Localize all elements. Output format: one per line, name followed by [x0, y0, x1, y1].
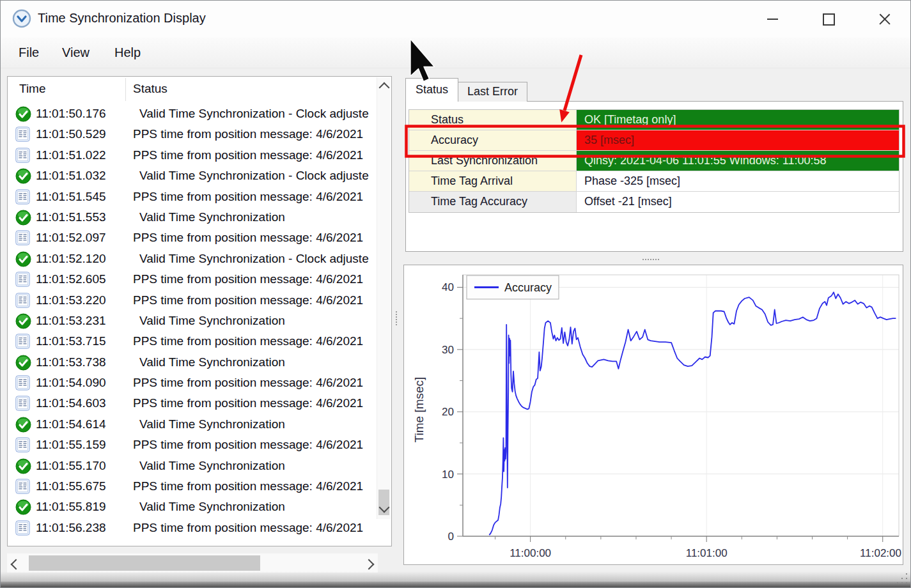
menu-item-file[interactable]: File	[13, 38, 44, 68]
log-time: 11:01:51.032	[36, 169, 106, 183]
log-status: PPS time from position message: 4/6/2021	[133, 396, 363, 410]
y-tick-label: 40	[442, 281, 454, 293]
y-axis-title: Time [msec]	[412, 377, 426, 443]
log-status: PPS time from position message: 4/6/2021	[133, 334, 363, 348]
menu-bar: FileViewHelp	[1, 38, 910, 68]
status-table-row: Time Tag AccuracyOffset -21 [msec]	[409, 192, 899, 212]
tab-status[interactable]: Status	[405, 78, 458, 102]
log-time: 11:01:53.715	[36, 334, 106, 348]
horizontal-scroll-thumb[interactable]	[29, 555, 260, 571]
status-table-row: Last SynchronizationQinsy: 2021-04-06 11…	[409, 151, 899, 171]
log-row[interactable]: 11:01:51.032Valid Time Synchronization -…	[8, 166, 377, 186]
horizontal-scrollbar[interactable]	[7, 553, 378, 573]
menu-item-help[interactable]: Help	[109, 38, 146, 68]
log-status: Valid Time Synchronization	[139, 314, 285, 328]
log-time: 11:01:55.159	[36, 438, 106, 452]
check-icon	[15, 106, 31, 122]
document-icon	[15, 396, 30, 411]
document-icon	[15, 334, 30, 349]
log-row[interactable]: 11:01:55.159PPS time from position messa…	[8, 435, 377, 455]
log-row[interactable]: 11:01:52.097PPS time from position messa…	[8, 228, 377, 248]
window-bottom-edge	[1, 582, 910, 587]
log-row[interactable]: 11:01:54.603PPS time from position messa…	[8, 393, 377, 414]
scroll-right-button[interactable]	[365, 559, 373, 571]
horizontal-splitter-grip[interactable]	[642, 259, 644, 260]
log-status: Valid Time Synchronization	[139, 355, 285, 369]
check-icon	[15, 458, 31, 474]
resize-grip[interactable]	[897, 582, 898, 584]
log-status: PPS time from position message: 4/6/2021	[133, 231, 363, 245]
check-icon	[15, 499, 31, 515]
log-time: 11:01:50.176	[36, 107, 106, 121]
log-row[interactable]: 11:01:54.090PPS time from position messa…	[8, 373, 377, 393]
check-icon	[15, 355, 31, 371]
minimize-button[interactable]	[756, 6, 788, 32]
log-time: 11:01:54.614	[36, 417, 106, 431]
tab-last-error[interactable]: Last Error	[458, 82, 527, 102]
log-time: 11:01:55.675	[36, 479, 106, 493]
log-header: Time Status	[8, 77, 377, 102]
log-time: 11:01:55.819	[36, 500, 106, 514]
column-separator[interactable]	[125, 78, 126, 101]
status-row-label: Time Tag Accuracy	[409, 192, 577, 212]
document-icon	[15, 127, 30, 142]
document-icon	[15, 375, 30, 391]
log-row[interactable]: 11:01:50.529PPS time from position messa…	[8, 124, 377, 144]
column-header-status[interactable]: Status	[133, 82, 167, 96]
log-row[interactable]: 11:01:55.675PPS time from position messa…	[8, 476, 377, 497]
log-time: 11:01:52.120	[36, 252, 106, 266]
x-tick-label: 11:02:00	[860, 547, 901, 559]
accuracy-chart-panel: 11:00:0011:01:0011:02:00010203040Time [m…	[403, 265, 903, 565]
log-row[interactable]: 11:01:51.022PPS time from position messa…	[8, 145, 377, 166]
document-icon	[15, 189, 30, 205]
plot-border	[463, 275, 899, 536]
log-row[interactable]: 11:01:50.176Valid Time Synchronization -…	[8, 104, 377, 124]
log-row[interactable]: 11:01:52.605PPS time from position messa…	[8, 269, 377, 290]
menu-item-view[interactable]: View	[57, 38, 95, 68]
log-rows: 11:01:50.176Valid Time Synchronization -…	[8, 104, 377, 546]
status-row-value: Offset -21 [msec]	[577, 192, 899, 212]
scroll-left-button[interactable]	[12, 559, 20, 571]
column-header-time[interactable]: Time	[19, 82, 46, 96]
log-status: Valid Time Synchronization - Clock adjus…	[139, 252, 369, 266]
close-button[interactable]	[869, 6, 901, 32]
log-time: 11:01:51.022	[36, 148, 106, 162]
log-status: Valid Time Synchronization - Clock adjus…	[139, 169, 369, 183]
log-row[interactable]: 11:01:54.614Valid Time Synchronization	[8, 414, 377, 435]
status-table: StatusOK [Timetag only]Accuracy35 [msec]…	[409, 109, 899, 213]
log-status: PPS time from position message: 4/6/2021	[133, 521, 363, 535]
log-status: Valid Time Synchronization	[139, 210, 285, 224]
vertical-scrollbar[interactable]	[377, 77, 391, 519]
log-time: 11:01:54.090	[36, 376, 106, 390]
status-tab-page: StatusOK [Timetag only]Accuracy35 [msec]…	[405, 101, 903, 252]
vertical-splitter-grip[interactable]	[396, 311, 397, 313]
document-icon	[15, 148, 30, 163]
check-icon	[15, 210, 31, 226]
clock-chevron-icon	[12, 9, 31, 28]
log-row[interactable]: 11:01:55.170Valid Time Synchronization	[8, 456, 377, 476]
log-row[interactable]: 11:01:51.553Valid Time Synchronization	[8, 207, 377, 228]
status-row-label: Accuracy	[409, 130, 577, 150]
log-status: PPS time from position message: 4/6/2021	[133, 127, 363, 141]
scroll-up-button[interactable]	[380, 82, 388, 94]
accuracy-series-line	[489, 292, 896, 535]
log-row[interactable]: 11:01:56.238PPS time from position messa…	[8, 518, 377, 538]
log-row[interactable]: 11:01:52.120Valid Time Synchronization -…	[8, 249, 377, 269]
maximize-button[interactable]	[813, 6, 845, 32]
chevron-up-icon	[379, 82, 390, 93]
scroll-down-button[interactable]	[380, 502, 388, 514]
log-row[interactable]: 11:01:53.738Valid Time Synchronization	[8, 352, 377, 373]
log-row[interactable]: 11:01:55.819Valid Time Synchronization	[8, 497, 377, 517]
log-row[interactable]: 11:01:53.231Valid Time Synchronization	[8, 311, 377, 331]
log-row[interactable]: 11:01:53.715PPS time from position messa…	[8, 331, 377, 352]
app-window: Time Synchronization Display FileViewHel…	[0, 0, 911, 588]
log-status: PPS time from position message: 4/6/2021	[133, 293, 363, 307]
status-row-value: 35 [msec]	[577, 130, 899, 150]
log-row[interactable]: 11:01:53.220PPS time from position messa…	[8, 290, 377, 311]
log-row[interactable]: 11:01:51.545PPS time from position messa…	[8, 187, 377, 207]
log-status: PPS time from position message: 4/6/2021	[133, 438, 363, 452]
log-status: PPS time from position message: 4/6/2021	[133, 479, 363, 493]
log-time: 11:01:53.231	[36, 314, 106, 328]
log-time: 11:01:56.238	[36, 521, 106, 535]
log-time: 11:01:53.220	[36, 293, 106, 307]
